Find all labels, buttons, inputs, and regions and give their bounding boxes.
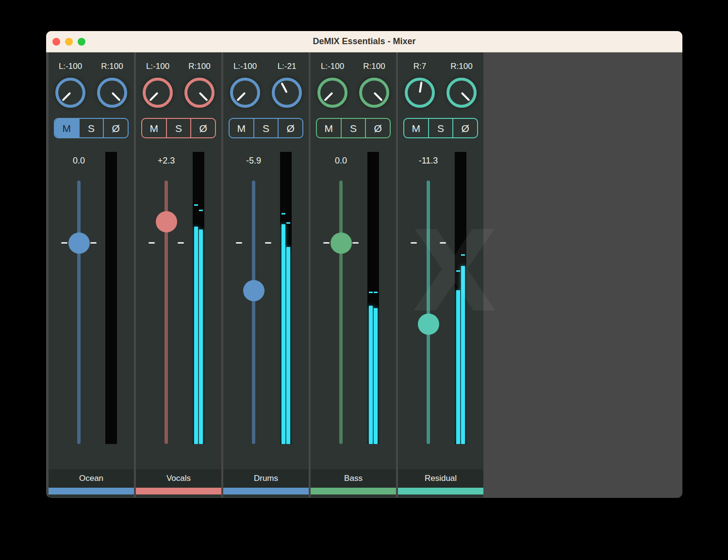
mute-button[interactable]: M (404, 119, 429, 137)
channel-button-group: M S Ø (403, 118, 478, 138)
channel-name-bar: Bass (311, 469, 396, 497)
phase-button[interactable]: Ø (191, 119, 215, 137)
meter-bar-left (281, 152, 285, 444)
meter-peak-tick (281, 213, 285, 214)
knob-pointer-icon (324, 92, 333, 101)
minimize-button[interactable] (65, 38, 73, 46)
channel-name: Bass (311, 469, 396, 488)
fader-track[interactable] (339, 181, 343, 444)
pan-right-block: R:100 (92, 61, 132, 108)
mute-button[interactable]: M (142, 119, 167, 137)
pan-right-label: R:100 (101, 61, 123, 72)
volume-fader[interactable] (417, 181, 439, 444)
channel-strip-vocals: L:-100 R:100 M S Ø +2.3 (136, 52, 221, 497)
volume-fader[interactable] (243, 181, 265, 444)
channel-button-group: M S Ø (316, 118, 391, 138)
phase-button[interactable]: Ø (453, 119, 477, 137)
titlebar: DeMIX Essentials - Mixer (46, 31, 682, 52)
level-meter (193, 152, 204, 444)
meter-bar-left (456, 152, 460, 444)
solo-button[interactable]: S (167, 119, 192, 137)
fader-track[interactable] (427, 181, 430, 444)
close-button[interactable] (52, 38, 60, 46)
zero-db-tick-left (236, 242, 242, 244)
volume-fader[interactable] (155, 181, 177, 444)
meter-bar-right (461, 152, 465, 444)
meter-peak-tick (461, 254, 465, 256)
meter-bar-right (374, 152, 378, 444)
zero-db-tick-right (352, 242, 359, 244)
pan-left-block: L:-100 (138, 61, 178, 108)
pan-left-knob[interactable] (230, 78, 260, 108)
pan-right-block: R:100 (354, 61, 394, 108)
meter-bar-left (107, 152, 111, 444)
pan-knobs-row: L:-100 R:100 (311, 61, 396, 108)
pan-right-knob[interactable] (359, 78, 389, 108)
phase-button[interactable]: Ø (279, 119, 302, 137)
level-meter (105, 152, 117, 444)
mixer-body: L:-100 R:100 M S Ø 0.0 (46, 52, 682, 497)
zoom-button[interactable] (78, 38, 85, 46)
pan-right-knob[interactable] (272, 78, 302, 108)
zero-db-tick-left (61, 242, 67, 244)
volume-fader[interactable] (68, 181, 90, 444)
gain-value: 0.0 (311, 156, 371, 166)
zero-db-tick-right (265, 242, 271, 244)
mute-button[interactable]: M (230, 119, 254, 137)
solo-button[interactable]: S (80, 119, 104, 137)
pan-knobs-row: L:-100 R:100 (136, 61, 221, 108)
zero-db-tick-right (440, 242, 446, 244)
pan-left-knob[interactable] (55, 78, 85, 108)
phase-button[interactable]: Ø (366, 119, 390, 137)
pan-right-knob[interactable] (184, 78, 215, 108)
pan-knobs-row: R:7 R:100 (398, 61, 483, 108)
mute-button[interactable]: M (317, 119, 342, 137)
knob-pointer-icon (149, 92, 158, 101)
mute-button[interactable]: M (55, 119, 80, 137)
fader-track[interactable] (77, 181, 81, 444)
pan-left-knob[interactable] (317, 78, 347, 108)
gain-value: +2.3 (136, 156, 197, 166)
pan-right-knob[interactable] (447, 78, 477, 108)
fader-thumb[interactable] (331, 232, 352, 254)
meter-bar-right (286, 152, 290, 444)
level-meter (367, 152, 379, 444)
meter-peak-tick (374, 292, 378, 293)
knob-pointer-icon (419, 82, 423, 93)
fader-thumb[interactable] (68, 232, 90, 254)
phase-button[interactable]: Ø (104, 119, 128, 137)
meter-peak-tick (194, 204, 198, 206)
pan-left-label: L:-100 (146, 61, 169, 72)
meter-fill (194, 227, 198, 444)
channel-button-group: M S Ø (54, 118, 129, 138)
solo-button[interactable]: S (429, 119, 454, 137)
zero-db-tick-right (178, 242, 184, 244)
pan-left-knob[interactable] (143, 78, 173, 108)
pan-right-label: R:100 (188, 61, 210, 72)
pan-right-block: R:100 (180, 61, 219, 108)
pan-right-label: R:100 (363, 61, 385, 72)
level-meter (455, 152, 466, 444)
knob-pointer-icon (281, 82, 287, 93)
channel-name-bar: Vocals (136, 469, 221, 497)
knob-pointer-icon (236, 92, 246, 101)
fader-thumb[interactable] (156, 211, 177, 232)
fader-thumb[interactable] (418, 313, 439, 335)
meter-fill (281, 224, 285, 444)
channel-color-bar (311, 488, 396, 494)
pan-right-knob[interactable] (97, 78, 127, 108)
gain-value: -5.9 (223, 156, 284, 166)
fader-track[interactable] (252, 181, 255, 444)
pan-left-block: L:-100 (313, 61, 352, 108)
pan-left-knob[interactable] (405, 78, 435, 108)
channel-color-bar (398, 488, 483, 494)
zero-db-tick-left (323, 242, 330, 244)
channel-strip-residual: R:7 R:100 M S Ø -11.3 (398, 52, 483, 497)
solo-button[interactable]: S (254, 119, 279, 137)
solo-button[interactable]: S (342, 119, 366, 137)
gain-value: 0.0 (49, 156, 109, 166)
channel-name-bar: Ocean (49, 469, 134, 497)
level-meter (280, 152, 292, 444)
fader-thumb[interactable] (243, 280, 265, 301)
volume-fader[interactable] (330, 181, 352, 444)
